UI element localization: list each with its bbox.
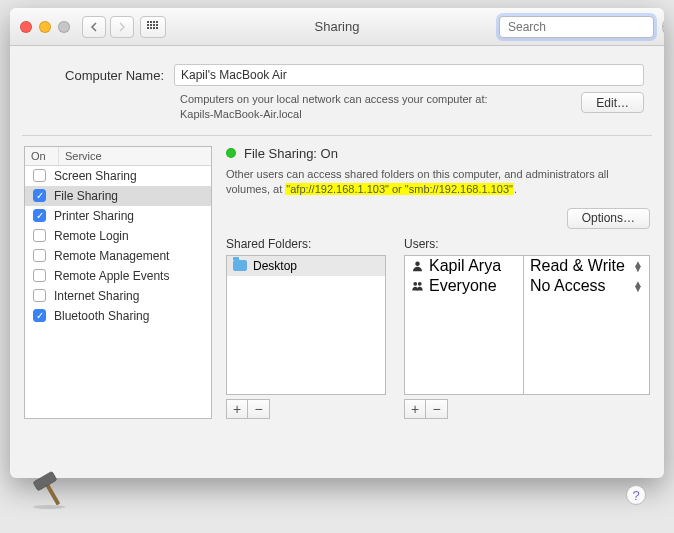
permission-row[interactable]: Read & Write▲▼ <box>524 256 649 276</box>
service-row[interactable]: Printer Sharing <box>25 206 211 226</box>
service-checkbox[interactable] <box>33 309 46 322</box>
close-button[interactable] <box>20 21 32 33</box>
computer-name-subtext-row: Computers on your local network can acce… <box>10 90 664 135</box>
show-all-button[interactable] <box>140 16 166 38</box>
grid-icon <box>147 21 159 33</box>
folders-add-remove: + − <box>226 399 386 419</box>
help-button[interactable]: ? <box>626 485 646 505</box>
person-icon <box>411 260 424 272</box>
users-list[interactable]: Kapil AryaEveryone <box>404 255 524 395</box>
service-label: Remote Management <box>54 249 169 263</box>
address-highlight: "afp://192.168.1.103" or "smb://192.168.… <box>285 183 514 195</box>
sharing-preferences-window: Sharing ✕ Computer Name: Computers on yo… <box>10 8 664 478</box>
edit-button[interactable]: Edit… <box>581 92 644 113</box>
service-label: Remote Apple Events <box>54 269 169 283</box>
users-grid: Kapil AryaEveryone Read & Write▲▼No Acce… <box>404 255 650 395</box>
window-title: Sharing <box>315 19 360 34</box>
service-label: Remote Login <box>54 229 129 243</box>
navigation-buttons <box>82 16 134 38</box>
add-folder-button[interactable]: + <box>226 399 248 419</box>
traffic-lights <box>20 21 70 33</box>
service-checkbox[interactable] <box>33 189 46 202</box>
shared-folders-list[interactable]: Desktop <box>226 255 386 395</box>
users-column: Users: Kapil AryaEveryone Read & Write▲▼… <box>404 237 650 419</box>
service-detail: File Sharing: On Other users can access … <box>226 146 650 419</box>
services-header: On Service <box>25 147 211 166</box>
service-checkbox[interactable] <box>33 269 46 282</box>
user-name: Everyone <box>429 277 497 295</box>
service-label: File Sharing <box>54 189 118 203</box>
clear-search-button[interactable]: ✕ <box>662 20 664 34</box>
status-title: File Sharing: On <box>244 146 338 161</box>
chevron-left-icon <box>90 22 98 32</box>
service-row[interactable]: Remote Management <box>25 246 211 266</box>
search-field-container[interactable]: ✕ <box>499 16 654 38</box>
folder-name: Desktop <box>253 259 297 273</box>
forward-button[interactable] <box>110 16 134 38</box>
add-user-button[interactable]: + <box>404 399 426 419</box>
remove-folder-button[interactable]: − <box>248 399 270 419</box>
service-checkbox[interactable] <box>33 289 46 302</box>
service-row[interactable]: File Sharing <box>25 186 211 206</box>
minimize-button[interactable] <box>39 21 51 33</box>
svg-point-2 <box>415 261 420 266</box>
service-checkbox[interactable] <box>33 169 46 182</box>
svg-point-7 <box>33 505 65 509</box>
hammer-icon <box>28 467 70 509</box>
service-label: Printer Sharing <box>54 209 134 223</box>
services-list[interactable]: On Service Screen SharingFile SharingPri… <box>24 146 212 419</box>
service-checkbox[interactable] <box>33 229 46 242</box>
stepper-icon[interactable]: ▲▼ <box>633 281 643 291</box>
users-label: Users: <box>404 237 650 251</box>
service-row[interactable]: Internet Sharing <box>25 286 211 306</box>
computer-name-subtext: Computers on your local network can acce… <box>180 92 571 123</box>
status-indicator-icon <box>226 148 236 158</box>
folder-icon <box>233 260 247 271</box>
user-row[interactable]: Everyone <box>405 276 523 296</box>
service-label: Internet Sharing <box>54 289 139 303</box>
stepper-icon[interactable]: ▲▼ <box>633 261 643 271</box>
computer-name-label: Computer Name: <box>30 68 164 83</box>
users-add-remove: + − <box>404 399 650 419</box>
service-label: Screen Sharing <box>54 169 137 183</box>
folder-row[interactable]: Desktop <box>227 256 385 276</box>
zoom-button[interactable] <box>58 21 70 33</box>
titlebar: Sharing ✕ <box>10 8 664 46</box>
service-checkbox[interactable] <box>33 249 46 262</box>
user-row[interactable]: Kapil Arya <box>405 256 523 276</box>
service-checkbox[interactable] <box>33 209 46 222</box>
service-row[interactable]: Bluetooth Sharing <box>25 306 211 326</box>
back-button[interactable] <box>82 16 106 38</box>
services-body: Screen SharingFile SharingPrinter Sharin… <box>25 166 211 326</box>
user-name: Kapil Arya <box>429 257 501 275</box>
service-label: Bluetooth Sharing <box>54 309 149 323</box>
svg-point-4 <box>418 281 422 285</box>
search-input[interactable] <box>504 20 662 34</box>
services-header-on: On <box>25 147 59 165</box>
remove-user-button[interactable]: − <box>426 399 448 419</box>
services-header-service: Service <box>59 147 211 165</box>
computer-name-input[interactable] <box>174 64 644 86</box>
svg-point-3 <box>413 281 417 285</box>
options-button[interactable]: Options… <box>567 208 650 229</box>
permissions-list[interactable]: Read & Write▲▼No Access▲▼ <box>524 255 650 395</box>
computer-name-row: Computer Name: <box>10 46 664 90</box>
chevron-right-icon <box>118 22 126 32</box>
status-row: File Sharing: On <box>226 146 650 161</box>
permission-row[interactable]: No Access▲▼ <box>524 276 649 296</box>
service-row[interactable]: Remote Login <box>25 226 211 246</box>
main-content: On Service Screen SharingFile SharingPri… <box>10 146 664 419</box>
options-row: Options… <box>226 208 650 229</box>
divider <box>22 135 652 136</box>
shared-folders-column: Shared Folders: Desktop + − <box>226 237 386 419</box>
group-icon <box>411 280 424 292</box>
status-description: Other users can access shared folders on… <box>226 167 650 198</box>
folders-users-row: Shared Folders: Desktop + − Users: Kapil… <box>226 237 650 419</box>
permission-value: Read & Write <box>530 257 625 275</box>
shared-folders-label: Shared Folders: <box>226 237 386 251</box>
svg-rect-6 <box>33 471 57 491</box>
service-row[interactable]: Remote Apple Events <box>25 266 211 286</box>
service-row[interactable]: Screen Sharing <box>25 166 211 186</box>
permission-value: No Access <box>530 277 606 295</box>
